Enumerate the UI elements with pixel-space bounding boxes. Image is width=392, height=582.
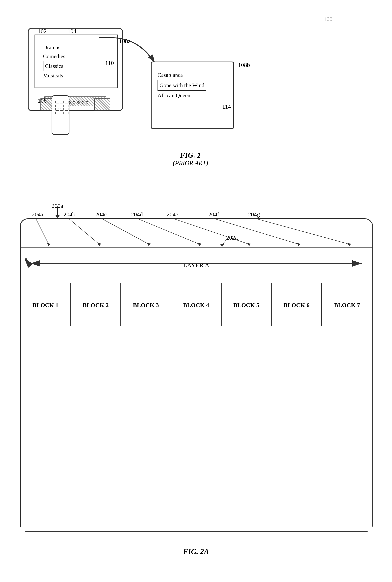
- submenu-gonewithwind: Gone with the Wind: [158, 80, 206, 91]
- block-7-cell: BLOCK 7: [322, 283, 372, 327]
- svg-text:204d: 204d: [131, 211, 143, 218]
- tv-dot-5: [86, 101, 88, 104]
- block-row: BLOCK 1 BLOCK 2 BLOCK 3 BLOCK 4 BLOCK 5 …: [21, 283, 372, 327]
- svg-line-30: [255, 218, 349, 244]
- svg-line-27: [213, 218, 298, 244]
- svg-marker-16: [98, 243, 101, 246]
- remote-btn-9: [65, 108, 68, 111]
- svg-line-15: [68, 218, 99, 244]
- ref-104-label: 104: [68, 28, 76, 35]
- menu-item-comedies: Comedies: [43, 52, 65, 61]
- svg-line-21: [137, 218, 199, 244]
- svg-marker-25: [248, 243, 251, 246]
- ref-114-label: 114: [222, 103, 231, 110]
- fig2a-caption: FIG. 2A: [12, 547, 380, 556]
- remote-btn-2: [60, 101, 64, 103]
- ref-108b-label: 108b: [238, 62, 250, 68]
- block-3-cell: BLOCK 3: [121, 283, 171, 327]
- svg-text:204g: 204g: [248, 211, 260, 218]
- fig1-diagram: 100 Dramas Comedies Classics Musicals 10…: [12, 12, 380, 167]
- menu-selected-classics: Classics: [43, 61, 65, 72]
- svg-text:204a: 204a: [32, 211, 43, 218]
- block-5-cell: BLOCK 5: [222, 283, 272, 327]
- block-4-cell: BLOCK 4: [171, 283, 222, 327]
- remote-btn-11: [60, 112, 64, 114]
- fig2a-diagram: 200a: [12, 199, 380, 560]
- remote-btn-6: [65, 105, 68, 107]
- block-6-cell: BLOCK 6: [272, 283, 322, 327]
- remote-buttons: [54, 100, 67, 115]
- remote-btn-1: [55, 101, 59, 103]
- bottom-empty-area: [21, 326, 372, 531]
- svg-text:204c: 204c: [95, 211, 107, 218]
- block-1-cell: BLOCK 1: [21, 283, 71, 327]
- svg-line-12: [36, 218, 48, 244]
- svg-text:204f: 204f: [208, 211, 219, 218]
- fig1-title: FIG. 1: [151, 151, 230, 159]
- submenu-content: Casablanca Gone with the Wind African Qu…: [158, 70, 206, 100]
- fig2a-title: FIG. 2A: [12, 547, 380, 556]
- remote-btn-3: [65, 101, 68, 103]
- ref-100: 100: [324, 16, 332, 23]
- submenu-box: Casablanca Gone with the Wind African Qu…: [151, 62, 234, 129]
- svg-marker-19: [147, 243, 151, 246]
- tv-dot-3: [77, 101, 80, 104]
- submenu-casablanca: Casablanca: [158, 70, 206, 80]
- svg-line-18: [101, 218, 149, 244]
- remote-btn-12: [65, 112, 68, 114]
- tv-menu: Dramas Comedies Classics Musicals: [43, 43, 65, 80]
- menu-item-dramas: Dramas: [43, 43, 65, 52]
- remote-control: [52, 95, 70, 135]
- ref-106-label: 106: [38, 97, 46, 104]
- svg-line-24: [172, 218, 249, 244]
- tv-dot-2: [73, 101, 75, 104]
- submenu-selected: Gone with the Wind: [158, 80, 206, 91]
- column-ref-arrows: 204a 204b 204c 204d 204e 204f 204g: [20, 199, 373, 268]
- remote-btn-7: [55, 108, 59, 111]
- block-2-cell: BLOCK 2: [71, 283, 121, 327]
- fig1-subtitle: (PRIOR ART): [151, 159, 230, 167]
- svg-marker-13: [47, 243, 50, 246]
- svg-marker-22: [198, 243, 201, 246]
- submenu-africanqueen: African Queen: [158, 91, 206, 100]
- menu-item-musicals: Musicals: [43, 71, 65, 80]
- svg-text:204b: 204b: [64, 211, 76, 218]
- svg-marker-31: [348, 243, 351, 246]
- remote-btn-5: [60, 105, 64, 107]
- remote-btn-8: [60, 108, 64, 111]
- tv-dot-4: [82, 101, 84, 104]
- menu-item-classics: Classics: [43, 61, 65, 72]
- svg-text:204e: 204e: [167, 211, 178, 218]
- ref-102-label: 102: [38, 28, 46, 35]
- fig1-caption: FIG. 1 (PRIOR ART): [151, 151, 230, 167]
- svg-marker-28: [297, 243, 300, 246]
- tv-stand-right: [94, 99, 110, 110]
- remote-btn-10: [55, 112, 59, 114]
- remote-btn-4: [55, 105, 59, 107]
